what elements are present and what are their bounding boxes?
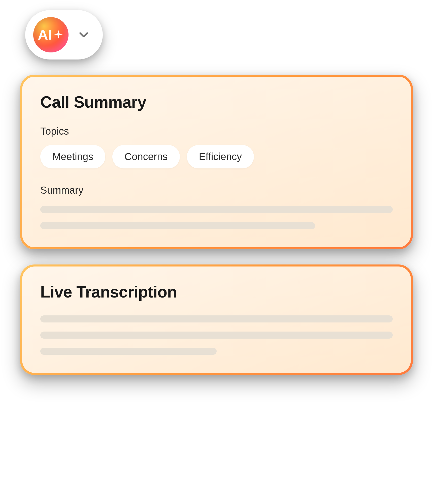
ai-label: AI [38, 28, 52, 42]
skeleton-line [40, 348, 217, 355]
topic-chip-meetings[interactable]: Meetings [40, 145, 105, 168]
live-transcription-title: Live Transcription [40, 283, 393, 301]
skeleton-line [40, 222, 315, 229]
skeleton-line [40, 332, 393, 339]
ai-dropdown-pill[interactable]: AI [25, 10, 103, 60]
topics-row: Meetings Concerns Efficiency [40, 145, 393, 168]
summary-skeleton [40, 206, 393, 229]
call-summary-title: Call Summary [40, 93, 393, 111]
transcription-skeleton [40, 315, 393, 355]
topic-chip-concerns[interactable]: Concerns [112, 145, 180, 168]
chevron-down-icon[interactable] [77, 28, 91, 42]
skeleton-line [40, 206, 393, 213]
topics-label: Topics [40, 126, 393, 137]
ai-badge: AI [33, 17, 69, 52]
summary-label: Summary [40, 185, 393, 196]
live-transcription-card: Live Transcription [20, 264, 413, 375]
sparkle-icon [53, 29, 64, 40]
topic-chip-efficiency[interactable]: Efficiency [187, 145, 254, 168]
call-summary-card: Call Summary Topics Meetings Concerns Ef… [20, 75, 413, 249]
skeleton-line [40, 315, 393, 322]
